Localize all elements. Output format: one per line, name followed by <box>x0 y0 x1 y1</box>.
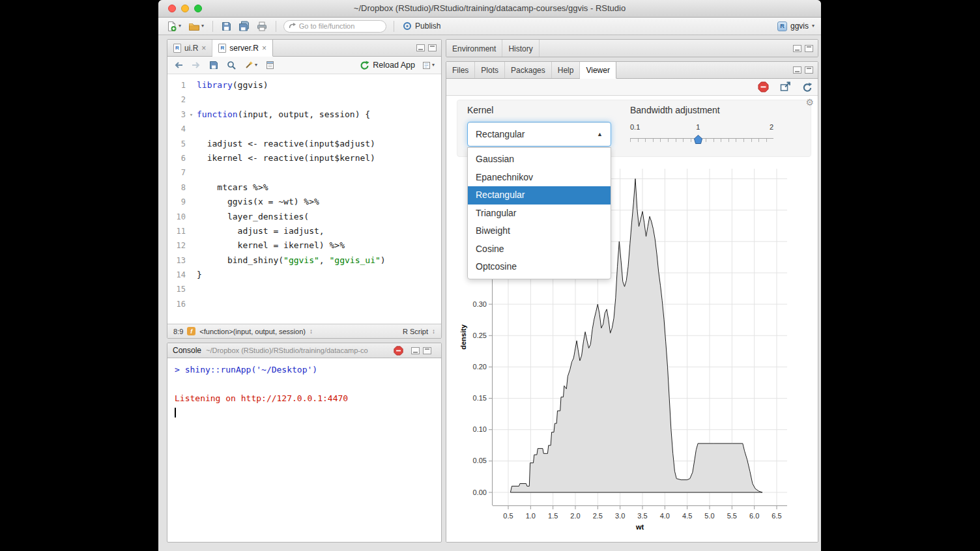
source-menu-button[interactable]: ▾ <box>421 61 436 70</box>
svg-text:0.20: 0.20 <box>473 363 487 371</box>
minimize-window-button[interactable] <box>181 5 189 12</box>
code-line-14[interactable]: 14} <box>167 268 441 282</box>
environment-tabbar: Environment History <box>446 40 818 57</box>
compile-report-button[interactable] <box>265 60 276 70</box>
maximize-pane-icon[interactable] <box>428 44 437 51</box>
console-tab-label[interactable]: Console <box>173 346 201 355</box>
line-number: 1 <box>167 78 186 92</box>
code-tools-button[interactable]: ▾ <box>243 60 259 70</box>
kernel-option-optcosine[interactable]: Optcosine <box>468 258 611 276</box>
svg-text:6.5: 6.5 <box>771 512 781 520</box>
kernel-option-cosine[interactable]: Cosine <box>468 240 611 259</box>
gear-icon[interactable]: ⚙ <box>805 97 814 107</box>
refresh-viewer-button[interactable] <box>802 82 813 94</box>
zoom-window-button[interactable] <box>194 5 202 12</box>
open-file-button[interactable]: ▾ <box>187 21 205 32</box>
tab-history[interactable]: History <box>502 40 539 57</box>
save-button[interactable] <box>208 60 220 70</box>
kernel-label: Kernel <box>467 105 493 115</box>
svg-text:density: density <box>459 324 467 349</box>
console-pane: Console ~/Dropbox (RStudio)/RStudio/trai… <box>167 343 442 543</box>
code-line-2[interactable]: 2 <box>167 92 441 107</box>
code-line-13[interactable]: 13 bind_shiny("ggvis", "ggvis_ui") <box>167 253 441 268</box>
code-line-11[interactable]: 11 adjust = iadjust, <box>167 224 441 238</box>
tab-environment[interactable]: Environment <box>446 40 502 57</box>
code-line-3[interactable]: 3▾function(input, output, session) { <box>167 107 441 122</box>
new-file-icon <box>166 21 177 32</box>
tab-packages[interactable]: Packages <box>505 62 552 78</box>
save-button[interactable] <box>220 21 233 32</box>
save-all-button[interactable] <box>237 20 251 32</box>
pane-window-buttons <box>793 40 818 57</box>
goto-file-function-box[interactable] <box>283 20 386 33</box>
stop-app-button[interactable] <box>758 81 769 94</box>
window-title: ~/Dropbox (RStudio)/RStudio/training/dat… <box>158 0 821 17</box>
tab-ui-r[interactable]: R ui.R × <box>167 40 212 56</box>
minimize-pane-icon[interactable] <box>793 45 801 52</box>
tab-viewer[interactable]: Viewer <box>580 62 616 79</box>
maximize-pane-icon[interactable] <box>423 347 431 354</box>
code-line-7[interactable]: 7 <box>167 165 441 180</box>
svg-text:2.5: 2.5 <box>593 512 603 520</box>
doc-type-selector[interactable]: R Script <box>403 328 428 335</box>
back-button[interactable] <box>173 61 184 70</box>
find-button[interactable] <box>225 60 237 70</box>
bandwidth-slider[interactable]: 0.1 1 2 <box>630 120 773 149</box>
console-body[interactable]: > shiny::runApp('~/Desktop') Listening o… <box>167 358 441 422</box>
console-line: Listening on http://127.0.0.1:4470 <box>175 391 434 406</box>
code-line-9[interactable]: 9 ggvis(x = ~wt) %>% <box>167 195 441 209</box>
fold-marker-icon[interactable]: ▾ <box>186 107 197 122</box>
scope-selector[interactable]: <function>(input, output, session) <box>199 328 306 335</box>
publish-button[interactable]: Publish <box>401 21 442 31</box>
kernel-option-gaussian[interactable]: Gaussian <box>468 150 611 169</box>
caret-down-icon: ▾ <box>179 23 181 29</box>
reload-app-label: Reload App <box>373 61 415 70</box>
new-file-button[interactable]: ▾ <box>165 20 182 33</box>
minimize-pane-icon[interactable] <box>793 66 801 74</box>
code-line-4[interactable]: 4 <box>167 122 441 136</box>
open-in-new-window-button[interactable] <box>780 81 791 94</box>
editor-code[interactable]: 1library(ggvis)23▾function(input, output… <box>167 75 441 324</box>
line-number: 10 <box>167 210 186 224</box>
reload-app-button[interactable]: Reload App <box>360 61 415 70</box>
line-number: 9 <box>167 195 186 209</box>
close-window-button[interactable] <box>168 5 176 12</box>
close-tab-icon[interactable]: × <box>201 44 206 52</box>
tab-help[interactable]: Help <box>552 62 581 78</box>
maximize-pane-icon[interactable] <box>805 45 813 52</box>
fold-spacer <box>186 92 197 107</box>
print-button[interactable] <box>255 21 268 32</box>
code-line-1[interactable]: 1library(ggvis) <box>167 78 441 92</box>
project-menu[interactable]: R ggvis ▾ <box>777 21 814 31</box>
back-arrow-icon <box>174 61 183 69</box>
goto-input[interactable] <box>299 22 381 30</box>
kernel-option-biweight[interactable]: Biweight <box>468 222 611 240</box>
code-line-12[interactable]: 12 kernel = ikernel) %>% <box>167 238 441 253</box>
code-line-8[interactable]: 8 mtcars %>% <box>167 180 441 195</box>
close-tab-icon[interactable]: × <box>262 44 267 52</box>
kernel-option-epanechnikov[interactable]: Epanechnikov <box>468 169 611 187</box>
kernel-select[interactable]: Rectangular ▲ <box>467 122 611 147</box>
stop-icon[interactable] <box>394 346 403 358</box>
forward-button[interactable] <box>190 61 202 70</box>
line-number: 7 <box>167 165 186 180</box>
code-line-16[interactable]: 16 <box>167 297 441 311</box>
caret-down-icon: ▾ <box>201 23 204 29</box>
kernel-option-rectangular[interactable]: Rectangular <box>468 186 611 205</box>
minimize-pane-icon[interactable] <box>411 347 420 354</box>
slider-handle[interactable] <box>694 135 702 144</box>
cursor-position: 8:9 <box>173 328 183 335</box>
tab-label: server.R <box>229 44 259 53</box>
toolbar-separator <box>212 21 213 32</box>
code-line-15[interactable]: 15 <box>167 282 441 296</box>
svg-text:3.5: 3.5 <box>637 512 647 520</box>
code-line-10[interactable]: 10 layer_densities( <box>167 210 441 224</box>
tab-plots[interactable]: Plots <box>475 62 505 78</box>
kernel-option-triangular[interactable]: Triangular <box>468 205 611 223</box>
tab-files[interactable]: Files <box>446 62 475 78</box>
tab-server-r[interactable]: R server.R × <box>212 40 273 57</box>
maximize-pane-icon[interactable] <box>805 66 813 74</box>
code-line-6[interactable]: 6 ikernel <- reactive(input$kernel) <box>167 151 441 165</box>
code-line-5[interactable]: 5 iadjust <- reactive(input$adjust) <box>167 137 441 151</box>
minimize-pane-icon[interactable] <box>416 44 425 51</box>
